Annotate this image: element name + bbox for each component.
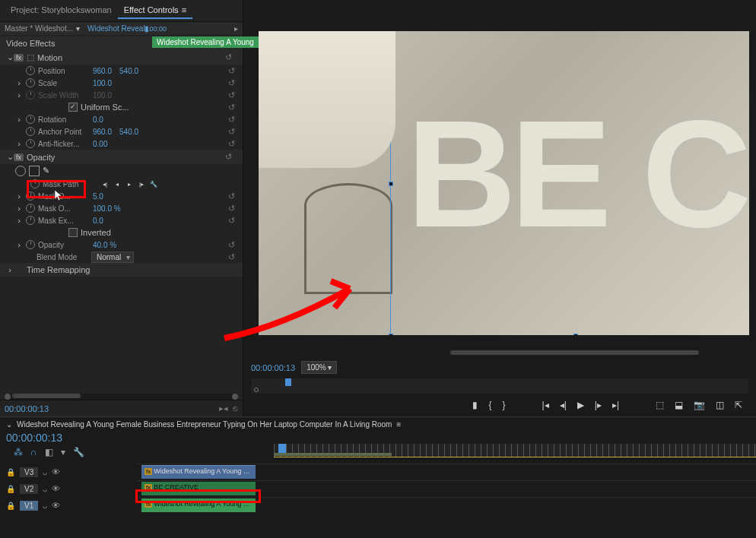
reset-icon[interactable]: ↺ xyxy=(228,90,235,100)
antiflicker-value[interactable]: 0.00 xyxy=(93,140,107,148)
stopwatch-icon[interactable] xyxy=(26,115,35,124)
anchor-y[interactable]: 540.0 xyxy=(119,128,138,136)
pen-mask-icon[interactable]: ✎ xyxy=(43,166,49,176)
reset-icon[interactable]: ↺ xyxy=(228,115,235,125)
reset-icon[interactable]: ↺ xyxy=(228,103,235,112)
clip-v3[interactable]: fxWideshot Revealing A Young Female Busi xyxy=(141,465,256,479)
position-x[interactable]: 960.0 xyxy=(93,67,112,75)
ellipse-mask-icon[interactable] xyxy=(15,166,26,176)
monitor-marker[interactable] xyxy=(254,388,259,392)
wrench-icon[interactable]: 🔧 xyxy=(73,447,84,457)
stopwatch-icon[interactable] xyxy=(26,66,35,75)
blend-mode-select[interactable]: Normal xyxy=(91,252,134,263)
play-icon[interactable]: ▸ xyxy=(234,24,238,33)
eye-icon[interactable]: 👁 xyxy=(52,501,60,510)
wrench-icon[interactable]: 🔧 xyxy=(149,179,158,188)
reset-icon[interactable]: ↺ xyxy=(228,252,235,262)
mini-playhead[interactable]: ▮00:00 xyxy=(145,24,167,33)
reset-icon[interactable]: ↺ xyxy=(228,127,235,137)
lock-icon[interactable]: 🔒 xyxy=(6,468,15,476)
reset-icon[interactable]: ↺ xyxy=(228,66,235,76)
track-back-icon[interactable]: ◂ xyxy=(113,179,122,188)
mark-out-bracket-icon[interactable]: } xyxy=(502,400,505,410)
clip-link[interactable]: Wideshot Reveal... xyxy=(87,24,151,33)
monitor-scrollbar[interactable] xyxy=(450,350,699,355)
export-frame-icon[interactable]: ⇱ xyxy=(735,400,742,410)
track-output-toggle[interactable]: ᴗ xyxy=(43,468,47,476)
expand-caret-icon[interactable]: › xyxy=(15,240,23,249)
track-v2-content[interactable]: fxBE CREATIVE xyxy=(137,480,756,497)
sequence-name[interactable]: Wideshot Revealing A Young Female Busine… xyxy=(17,420,392,429)
go-to-in-icon[interactable]: |◂ xyxy=(542,400,549,410)
inverted-checkbox[interactable] xyxy=(68,228,78,237)
stopwatch-icon[interactable] xyxy=(26,139,35,148)
fx-badge[interactable]: fx xyxy=(14,153,24,161)
sequence-timecode[interactable]: 00:00:00:13 xyxy=(6,432,62,444)
mask-opacity-value[interactable]: 100.0 % xyxy=(93,204,121,213)
mask-path-label[interactable]: Mask Path xyxy=(43,180,97,188)
monitor-time-ruler[interactable] xyxy=(251,378,748,394)
track-v1-target[interactable]: V1 xyxy=(20,501,38,511)
rectangle-mask-icon[interactable] xyxy=(29,166,40,176)
eye-icon[interactable]: 👁 xyxy=(52,467,60,476)
monitor-timecode[interactable]: 00:00:00:13 xyxy=(251,363,295,372)
effect-controls-tab[interactable]: Effect Controls≡ xyxy=(118,2,192,19)
track-v3-content[interactable]: fxWideshot Revealing A Young Female Busi xyxy=(137,464,756,480)
expand-caret-icon[interactable]: › xyxy=(15,216,23,225)
prev-keyframe-icon[interactable]: ◂| xyxy=(100,179,110,188)
uniform-scale-checkbox[interactable] xyxy=(68,103,78,112)
anchor-x[interactable]: 960.0 xyxy=(93,128,112,136)
panel-menu-icon[interactable]: ≡ xyxy=(182,5,186,14)
settings-icon[interactable]: ▾ xyxy=(61,447,65,457)
reset-icon[interactable]: ↺ xyxy=(228,240,235,250)
project-tab[interactable]: Project: Storyblockswoman xyxy=(5,2,118,19)
linked-selection-icon[interactable]: ∩ xyxy=(30,447,37,457)
track-output-toggle[interactable]: ᴗ xyxy=(43,502,47,510)
timeline-playhead[interactable] xyxy=(278,444,286,453)
mask-feather-value[interactable]: 5.0 xyxy=(93,192,103,201)
fx-badge[interactable]: fx xyxy=(14,54,24,62)
timeline-ruler[interactable] xyxy=(274,444,756,457)
export-icon[interactable]: ⎋ xyxy=(233,404,238,413)
stopwatch-icon[interactable] xyxy=(26,191,35,201)
lock-icon[interactable]: 🔒 xyxy=(6,485,15,493)
stopwatch-icon[interactable] xyxy=(26,127,35,136)
opacity-effect[interactable]: ⌄ fx Opacity ↺ xyxy=(0,150,243,164)
chevron-down-icon[interactable]: ▾ xyxy=(76,24,80,33)
camera-icon[interactable]: 📷 xyxy=(694,400,705,410)
track-output-toggle[interactable]: ᴗ xyxy=(43,485,47,493)
stopwatch-icon[interactable] xyxy=(26,216,35,225)
expand-caret-icon[interactable]: › xyxy=(15,139,23,148)
go-to-out-icon[interactable]: ▸| xyxy=(612,400,619,410)
next-keyframe-icon[interactable]: |▸ xyxy=(137,179,146,188)
effect-timeline-scrollbar[interactable] xyxy=(5,394,238,400)
position-y[interactable]: 540.0 xyxy=(119,67,138,75)
expand-caret-icon[interactable]: › xyxy=(6,265,14,274)
mask-expansion-value[interactable]: 0.0 xyxy=(93,217,103,225)
scale-value[interactable]: 100.0 xyxy=(93,79,112,87)
panel-timecode[interactable]: 00:00:00:13 xyxy=(5,404,49,413)
reset-icon[interactable]: ↺ xyxy=(228,204,235,214)
expand-caret-icon[interactable]: › xyxy=(15,204,23,213)
mark-in-bracket-icon[interactable]: { xyxy=(488,400,491,410)
expand-caret-icon[interactable]: › xyxy=(15,78,23,87)
zoom-select[interactable]: 100% ▾ xyxy=(301,361,337,374)
collapse-caret-icon[interactable]: ⌄ xyxy=(6,52,14,62)
sequence-caret-icon[interactable]: ⌄ xyxy=(6,420,12,429)
time-remapping-effect[interactable]: › fx Time Remapping xyxy=(0,263,243,277)
reset-icon[interactable]: ↺ xyxy=(228,191,235,201)
stopwatch-icon[interactable] xyxy=(26,240,35,249)
opacity-prop-value[interactable]: 40.0 % xyxy=(93,241,116,249)
lift-icon[interactable]: ⬚ xyxy=(656,400,664,410)
reset-icon[interactable]: ↺ xyxy=(228,78,235,88)
track-v3-target[interactable]: V3 xyxy=(20,467,38,477)
step-back-icon[interactable]: ◂| xyxy=(560,400,567,410)
reset-icon[interactable]: ↺ xyxy=(225,52,232,62)
track-v2-target[interactable]: V2 xyxy=(20,484,38,494)
mark-in-icon[interactable]: ▮ xyxy=(472,400,478,410)
loop-icon[interactable]: ▸◂ xyxy=(219,404,228,413)
track-forward-icon[interactable]: ▸ xyxy=(125,179,134,188)
step-forward-icon[interactable]: |▸ xyxy=(595,400,602,410)
mask-selection-box[interactable] xyxy=(390,31,749,335)
clip-v1[interactable]: fxWideshot Revealing A Young Female Busi xyxy=(141,498,256,512)
